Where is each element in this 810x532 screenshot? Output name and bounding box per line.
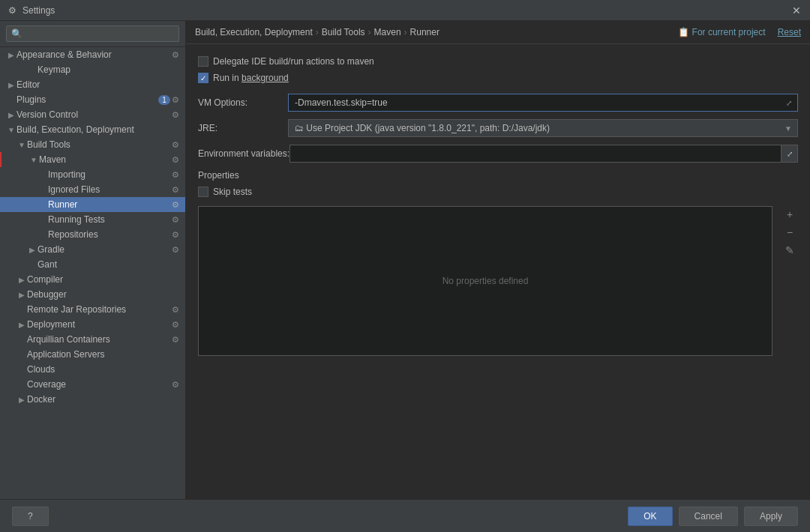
jre-label: JRE:	[198, 123, 288, 133]
gear-icon: ⚙	[172, 230, 179, 240]
sidebar-item-coverage[interactable]: Coverage ⚙	[0, 377, 185, 392]
sidebar-item-label: Gant	[38, 259, 179, 270]
gear-icon: ⚙	[172, 155, 179, 165]
vm-options-expand-button[interactable]: ⤢	[781, 94, 797, 111]
help-button[interactable]: ?	[12, 507, 49, 526]
gear-icon: ⚙	[172, 110, 179, 120]
gear-icon: ⚙	[172, 245, 179, 255]
arrow-icon: ▶	[16, 276, 27, 284]
sidebar-item-version-control[interactable]: ▶ Version Control ⚙	[0, 107, 185, 122]
sidebar: ▶ Appearance & Behavior ⚙ Keymap ▶ Edito…	[0, 21, 186, 499]
jre-select[interactable]: 🗂 Use Project JDK (java version "1.8.0_2…	[288, 119, 798, 137]
arrow-icon: ▶	[6, 111, 16, 119]
delegate-checkbox[interactable]	[198, 56, 208, 67]
breadcrumb-part-2: Build Tools	[322, 27, 365, 37]
gear-icon: ⚙	[172, 170, 179, 180]
settings-icon: ⚙	[6, 4, 18, 16]
env-vars-input[interactable]	[290, 145, 782, 163]
remove-property-button[interactable]: −	[782, 224, 798, 241]
properties-area: No properties defined + − ✎	[198, 206, 798, 356]
sidebar-item-remote-jar[interactable]: Remote Jar Repositories ⚙	[0, 302, 185, 317]
sidebar-item-build-tools[interactable]: ▼ Build Tools ⚙	[0, 137, 185, 152]
gear-icon: ⚙	[172, 320, 179, 330]
sidebar-item-label: Build, Execution, Deployment	[16, 124, 179, 135]
sidebar-item-label: Coverage	[27, 379, 170, 390]
gear-icon: ⚙	[172, 95, 179, 105]
sidebar-item-label: Clouds	[27, 364, 179, 375]
sidebar-item-repositories[interactable]: Repositories ⚙	[0, 227, 185, 242]
sidebar-item-label: Keymap	[38, 64, 179, 75]
sidebar-item-compiler[interactable]: ▶ Compiler	[0, 272, 185, 287]
sidebar-item-docker[interactable]: ▶ Docker	[0, 392, 185, 407]
form-area: Delegate IDE build/run actions to maven …	[186, 44, 810, 499]
run-background-label: Run in background	[213, 73, 798, 83]
arrow-icon: ▼	[28, 156, 39, 164]
sidebar-item-label: Ignored Files	[48, 184, 170, 195]
jre-row: JRE: 🗂 Use Project JDK (java version "1.…	[198, 119, 798, 137]
arrow-icon: ▼	[6, 126, 16, 134]
sidebar-item-build-exec-deploy[interactable]: ▼ Build, Execution, Deployment	[0, 122, 185, 137]
breadcrumb-sep-3: ›	[404, 27, 407, 37]
sidebar-item-ignored-files[interactable]: Ignored Files ⚙	[0, 182, 185, 197]
sidebar-item-label: Deployment	[27, 319, 170, 330]
sidebar-item-label: Editor	[16, 79, 179, 90]
apply-button[interactable]: Apply	[744, 507, 798, 526]
close-button[interactable]: ✕	[789, 3, 804, 18]
sidebar-item-debugger[interactable]: ▶ Debugger	[0, 287, 185, 302]
sidebar-item-editor[interactable]: ▶ Editor	[0, 77, 185, 92]
sidebar-item-runner[interactable]: Runner ⚙	[0, 197, 185, 212]
run-background-checkbox[interactable]	[198, 73, 208, 83]
cancel-button[interactable]: Cancel	[679, 507, 738, 526]
delegate-label: Delegate IDE build/run actions to maven	[213, 56, 798, 67]
properties-label: Properties	[198, 170, 798, 181]
sidebar-item-label: Compiler	[27, 274, 179, 285]
properties-section: Properties Skip tests No properties defi…	[198, 170, 798, 356]
gear-icon: ⚙	[172, 50, 179, 60]
arrow-icon: ▶	[16, 396, 27, 404]
vm-options-row: VM Options: ⤢	[198, 94, 798, 112]
gear-icon: ⚙	[172, 200, 179, 210]
arrow-icon: ▶	[16, 321, 27, 329]
sidebar-item-maven[interactable]: ▼ Maven ⚙	[0, 152, 185, 167]
title-bar: ⚙ Settings ✕	[0, 0, 810, 21]
sidebar-item-app-servers[interactable]: Application Servers	[0, 347, 185, 362]
search-box	[0, 21, 185, 47]
sidebar-item-label: Maven	[39, 154, 170, 165]
sidebar-item-importing[interactable]: Importing ⚙	[0, 167, 185, 182]
add-property-button[interactable]: +	[782, 206, 798, 223]
gear-icon: ⚙	[172, 335, 179, 345]
arrow-icon: ▶	[6, 51, 16, 59]
reset-link[interactable]: Reset	[778, 27, 801, 37]
sidebar-item-gradle[interactable]: ▶ Gradle ⚙	[0, 242, 185, 257]
sidebar-item-label: Repositories	[48, 229, 170, 240]
gear-icon: ⚙	[172, 305, 179, 315]
properties-toolbar: + − ✎	[782, 206, 798, 259]
ok-button[interactable]: OK	[628, 507, 672, 526]
sidebar-item-plugins[interactable]: Plugins 1 ⚙	[0, 92, 185, 107]
sidebar-item-keymap[interactable]: Keymap	[0, 62, 185, 77]
breadcrumb-current: Runner	[410, 27, 440, 37]
edit-property-button[interactable]: ✎	[782, 242, 798, 259]
breadcrumb-sep-1: ›	[316, 27, 319, 37]
breadcrumb-sep-2: ›	[368, 27, 371, 37]
for-current-project-label: For current project	[692, 27, 766, 37]
env-vars-expand-button[interactable]: ⤢	[782, 145, 798, 163]
sidebar-item-label: Runner	[48, 199, 170, 210]
sidebar-item-appearance[interactable]: ▶ Appearance & Behavior ⚙	[0, 47, 185, 62]
sidebar-item-gant[interactable]: Gant	[0, 257, 185, 272]
sidebar-item-label: Remote Jar Repositories	[27, 304, 170, 315]
sidebar-item-label: Application Servers	[27, 349, 179, 360]
no-properties-text: No properties defined	[442, 276, 529, 286]
sidebar-item-running-tests[interactable]: Running Tests ⚙	[0, 212, 185, 227]
vm-options-input[interactable]	[289, 94, 781, 111]
sidebar-item-deployment[interactable]: ▶ Deployment ⚙	[0, 317, 185, 332]
search-input[interactable]	[6, 25, 179, 42]
arrow-icon: ▶	[27, 246, 38, 254]
breadcrumb-part-1: Build, Execution, Deployment	[195, 27, 313, 37]
env-vars-input-wrapper: ⤢	[290, 145, 798, 163]
window-title: Settings	[22, 5, 789, 16]
sidebar-item-clouds[interactable]: Clouds	[0, 362, 185, 377]
skip-tests-checkbox[interactable]	[198, 187, 208, 197]
sidebar-item-label: Plugins	[16, 94, 158, 105]
sidebar-item-arquillian[interactable]: Arquillian Containers ⚙	[0, 332, 185, 347]
